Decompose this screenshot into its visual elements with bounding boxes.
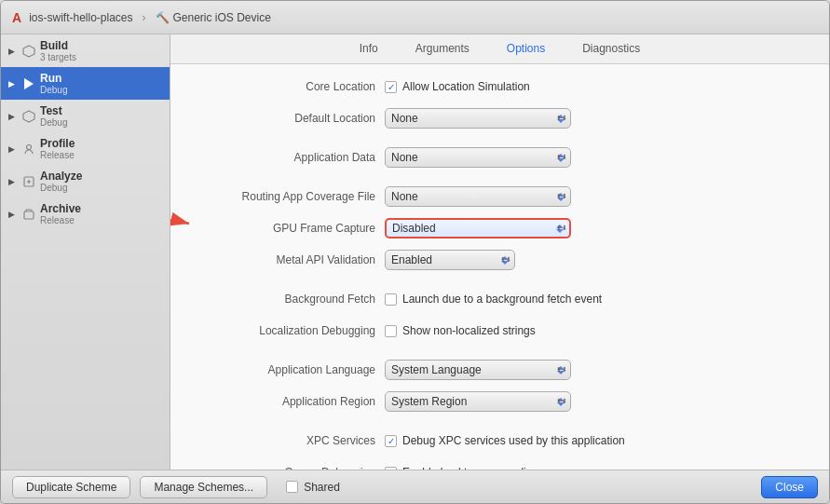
metal-api-dropdown[interactable]: Enabled [385, 250, 515, 270]
default-location-row: Default Location None [189, 107, 810, 129]
chevron-up-icon [501, 256, 509, 260]
sidebar-item-profile[interactable]: ▶ Profile Release [1, 132, 170, 165]
core-location-text: Allow Location Simulation [402, 80, 530, 93]
svg-point-0 [27, 144, 32, 149]
core-location-label: Core Location [189, 80, 375, 93]
collapse-arrow-build: ▶ [8, 47, 18, 56]
routing-coverage-row: Routing App Coverage File None [189, 185, 810, 208]
gpu-frame-capture-label: GPU Frame Capture [189, 222, 375, 235]
sidebar-item-build[interactable]: ▶ Build 3 targets [1, 34, 170, 67]
background-fetch-control: Launch due to a background fetch event [385, 293, 602, 306]
localization-checkbox[interactable] [385, 325, 397, 337]
manage-schemes-button[interactable]: Manage Schemes... [140, 476, 267, 498]
collapse-arrow-test: ▶ [8, 112, 18, 121]
chevron-down-icon [501, 261, 509, 265]
profile-item-content: Profile Release [40, 137, 75, 160]
project-icon: A [12, 10, 21, 25]
chevron-down-icon [556, 229, 564, 233]
application-data-label: Application Data [189, 151, 375, 164]
xpc-services-text: Debug XPC services used by this applicat… [402, 434, 625, 447]
breadcrumb-separator: › [143, 11, 146, 24]
routing-chevron [557, 193, 565, 201]
application-data-dropdown[interactable]: None [385, 147, 571, 168]
app-region-value: System Region [391, 395, 467, 408]
routing-coverage-control: None [385, 186, 571, 207]
tab-arguments[interactable]: Arguments [406, 36, 479, 62]
routing-coverage-label: Routing App Coverage File [189, 190, 375, 203]
tab-diagnostics[interactable]: Diagnostics [573, 36, 649, 62]
region-chevron [557, 398, 565, 406]
xpc-services-checkbox[interactable] [385, 435, 397, 447]
archive-icon [21, 207, 36, 222]
gpu-frame-capture-row: GPU Frame Capture Disabled [189, 217, 810, 239]
duplicate-scheme-button[interactable]: Duplicate Scheme [12, 476, 130, 498]
shared-checkbox[interactable] [286, 481, 298, 493]
bottom-bar: Duplicate Scheme Manage Schemes... Share… [1, 470, 829, 503]
gpu-frame-capture-control: Disabled [385, 218, 571, 238]
app-language-label: Application Language [189, 363, 375, 376]
default-location-chevron [557, 115, 565, 123]
gpu-frame-capture-value: Disabled [392, 222, 436, 235]
tab-info[interactable]: Info [350, 36, 388, 62]
metal-api-control: Enabled [385, 250, 515, 270]
chevron-up-icon [557, 398, 565, 402]
expand-arrow-run: ▶ [8, 79, 18, 89]
queue-debugging-row: Queue Debugging Enable backtrace recordi… [189, 461, 810, 470]
profile-subtitle: Release [40, 150, 75, 160]
lang-chevron [557, 366, 565, 375]
xpc-services-label: XPC Services [189, 434, 375, 447]
tabs-bar: Info Arguments Options Diagnostics [170, 34, 829, 64]
close-button[interactable]: Close [761, 476, 818, 498]
xpc-services-row: XPC Services Debug XPC services used by … [189, 429, 810, 452]
app-region-label: Application Region [189, 395, 375, 408]
test-icon [21, 109, 36, 124]
background-fetch-checkbox[interactable] [385, 293, 397, 306]
app-region-dropdown[interactable]: System Region [385, 391, 571, 412]
xpc-services-control: Debug XPC services used by this applicat… [385, 434, 625, 447]
project-name: ios-swift-hello-places [29, 11, 132, 24]
application-data-dropdown-wrapper: None [385, 147, 571, 168]
chevron-up-icon [557, 193, 565, 197]
app-language-dropdown-wrapper: System Language [385, 360, 571, 380]
main-area: ▶ Build 3 targets ▶ Run Debug [1, 34, 829, 470]
routing-coverage-dropdown[interactable]: None [385, 186, 571, 207]
archive-item-content: Archive Release [40, 202, 81, 225]
metal-chevron [501, 256, 509, 265]
profile-icon [21, 142, 36, 157]
sidebar-item-test[interactable]: ▶ Test Debug [1, 100, 170, 132]
content-panel: Info Arguments Options Diagnostics Core … [170, 34, 829, 470]
gpu-frame-capture-dropdown[interactable]: Disabled [385, 218, 571, 238]
build-label: Build [40, 39, 76, 52]
core-location-control: Allow Location Simulation [385, 80, 530, 93]
app-region-dropdown-wrapper: System Region [385, 391, 571, 412]
sidebar-item-analyze[interactable]: ▶ Analyze Debug [1, 165, 170, 198]
routing-coverage-dropdown-wrapper: None [385, 186, 571, 207]
chevron-down-icon [557, 371, 565, 375]
app-language-dropdown[interactable]: System Language [385, 360, 571, 380]
archive-label: Archive [40, 202, 81, 215]
analyze-icon [21, 174, 36, 189]
analyze-item-content: Analyze Debug [40, 170, 82, 193]
sidebar-item-archive[interactable]: ▶ Archive Release [1, 198, 170, 230]
chevron-down-icon [557, 119, 565, 123]
chevron-up-icon [557, 366, 565, 370]
titlebar: A ios-swift-hello-places › 🔨 Generic iOS… [1, 1, 829, 34]
gpu-frame-capture-dropdown-wrapper: Disabled [385, 218, 571, 238]
default-location-dropdown[interactable]: None [385, 108, 571, 129]
run-item-content: Run Debug [40, 72, 67, 95]
analyze-label: Analyze [40, 170, 82, 183]
run-play-icon [21, 76, 36, 91]
build-item-content: Build 3 targets [40, 39, 76, 62]
core-location-row: Core Location Allow Location Simulation [189, 75, 810, 98]
run-label: Run [40, 72, 67, 85]
core-location-checkbox[interactable] [385, 81, 397, 93]
metal-api-dropdown-wrapper: Enabled [385, 250, 515, 270]
sidebar-item-run[interactable]: ▶ Run Debug [1, 67, 170, 100]
tab-options[interactable]: Options [497, 36, 554, 62]
settings-area: Core Location Allow Location Simulation … [170, 64, 829, 470]
svg-rect-2 [24, 211, 34, 219]
collapse-arrow-analyze: ▶ [8, 177, 18, 186]
shared-area: Shared [286, 481, 340, 494]
archive-subtitle: Release [40, 215, 81, 225]
chevron-down-icon [557, 402, 565, 406]
